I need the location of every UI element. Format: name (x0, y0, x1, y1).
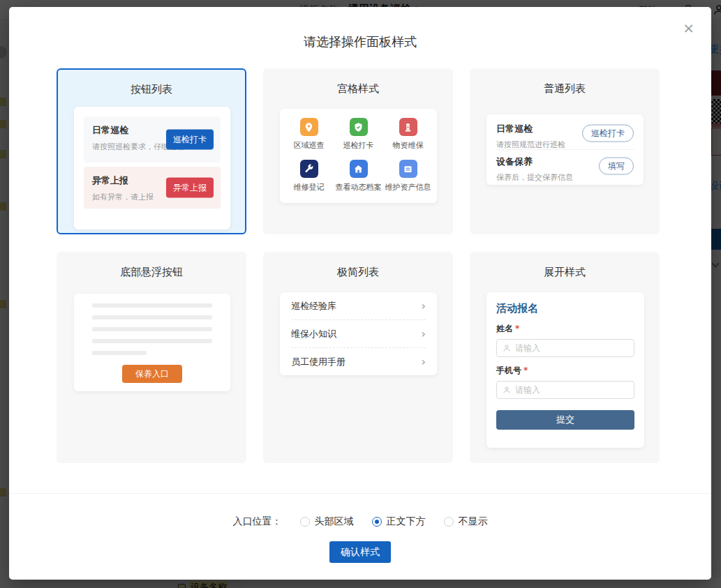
preview-row: 设备保养 保养后，提交保养信息 填写 (496, 149, 634, 181)
preview-row-label: 巡检经验库 (291, 300, 336, 312)
preview-row-label: 员工使用手册 (291, 356, 345, 368)
preview-field-label: 手机号* (496, 365, 634, 377)
grid-item: 查看动态档案 (334, 160, 383, 193)
preview-action-button: 巡检打卡 (166, 130, 214, 150)
radio-option-header-area[interactable]: 头部区域 (300, 515, 354, 528)
chevron-right-icon: › (422, 329, 426, 340)
radio-option-label: 不显示 (459, 515, 488, 528)
footer-divider (9, 493, 711, 494)
preview-row: 巡检经验库 › (291, 292, 426, 319)
person-icon (503, 386, 511, 394)
style-card-title: 展开样式 (470, 252, 659, 279)
required-asterisk: * (515, 324, 519, 333)
radio-icon[interactable] (300, 517, 310, 527)
field-label-text: 手机号 (496, 365, 521, 375)
style-card-expand[interactable]: 展开样式 活动报名 姓名* 请输入 手机号* 请输入 (470, 252, 660, 463)
grid-item-label: 物资维保 (383, 140, 433, 151)
skeleton-line (92, 339, 212, 343)
expand-form-preview: 活动报名 姓名* 请输入 手机号* 请输入 提交 (486, 292, 644, 448)
radio-option-below-body[interactable]: 正文下方 (372, 515, 426, 528)
entry-position-row: 入口位置： 头部区域 正文下方 不显示 (9, 511, 711, 532)
grid-preview: 区域巡查 巡检打卡 物资维保 (280, 109, 437, 203)
chevron-right-icon: › (422, 301, 426, 312)
grid-item: 维护资产信息 (383, 160, 433, 193)
button-list-preview: 日常巡检 请按照巡检要求，仔细巡检 巡检打卡 异常上报 如有异常，请上报 异常上… (74, 107, 230, 229)
grid-item: 物资维保 (383, 118, 433, 151)
preview-name-input: 请输入 (496, 339, 634, 357)
hydrant-icon (399, 118, 417, 136)
style-card-title: 按钮列表 (58, 70, 245, 96)
style-card-button-list[interactable]: 按钮列表 日常巡检 请按照巡检要求，仔细巡检 巡检打卡 异常上报 如有异常，请上… (57, 68, 246, 234)
entry-position-label: 入口位置： (233, 515, 282, 528)
dialog-title: 请选择操作面板样式 (9, 33, 711, 50)
preview-pill-button: 巡检打卡 (582, 125, 634, 142)
preview-action-button: 异常上报 (166, 178, 214, 198)
floating-button-preview: 保养入口 (74, 294, 230, 391)
radio-option-hidden[interactable]: 不显示 (444, 515, 488, 528)
preview-entry-button: 保养入口 (122, 365, 182, 383)
grid-item-label: 巡检打卡 (334, 140, 383, 151)
style-card-grid[interactable]: 宫格样式 区域巡查 巡检打卡 (263, 68, 453, 234)
radio-option-label: 正文下方 (387, 515, 426, 528)
grid-item-label: 查看动态档案 (334, 182, 383, 193)
radio-option-label: 头部区域 (315, 515, 354, 528)
style-card-title: 极简列表 (264, 252, 452, 279)
preview-form-heading: 活动报名 (496, 302, 634, 315)
style-card-plain-list[interactable]: 普通列表 日常巡检 请按照规范进行巡检 巡检打卡 设备保养 保养后，提交保养信息… (470, 68, 660, 234)
preview-pill-button: 填写 (599, 157, 634, 174)
home-icon (350, 160, 368, 178)
preview-row-label: 维保小知识 (291, 328, 336, 340)
asset-card-icon (399, 160, 417, 178)
style-card-floating-button[interactable]: 底部悬浮按钮 保养入口 (57, 252, 246, 463)
grid-item-label: 维修登记 (284, 182, 334, 193)
plain-list-preview: 日常巡检 请按照规范进行巡检 巡检打卡 设备保养 保养后，提交保养信息 填写 (486, 114, 644, 185)
preview-row: 异常上报 如有异常，请上报 异常上报 (84, 167, 221, 209)
minimal-list-preview: 巡检经验库 › 维保小知识 › 员工使用手册 › (280, 292, 437, 375)
confirm-style-button[interactable]: 确认样式 (329, 541, 391, 563)
input-placeholder: 请输入 (515, 342, 540, 354)
chevron-right-icon: › (422, 356, 426, 368)
field-label-text: 姓名 (496, 324, 513, 333)
radio-icon-selected[interactable] (372, 517, 382, 527)
grid-item: 区域巡查 (284, 118, 334, 151)
radio-icon[interactable] (444, 517, 454, 527)
shield-check-icon (350, 118, 368, 136)
style-card-title: 普通列表 (470, 69, 659, 96)
skeleton-line (92, 327, 212, 331)
skeleton-line (92, 351, 147, 355)
required-asterisk: * (523, 365, 528, 375)
preview-row: 维保小知识 › (291, 319, 426, 347)
preview-row: 日常巡检 请按照规范进行巡检 巡检打卡 (496, 117, 634, 149)
grid-item-label: 维护资产信息 (383, 182, 433, 193)
skeleton-line (92, 303, 212, 308)
location-pin-icon (300, 118, 318, 136)
preview-phone-input: 请输入 (496, 381, 634, 399)
person-icon (503, 344, 511, 352)
panel-style-dialog: × 请选择操作面板样式 按钮列表 日常巡检 请按照巡检要求，仔细巡检 巡检打卡 … (9, 7, 711, 580)
style-card-minimal-list[interactable]: 极简列表 巡检经验库 › 维保小知识 › 员工使用手册 › (263, 252, 453, 463)
grid-item-label: 区域巡查 (284, 140, 334, 151)
style-card-title: 宫格样式 (264, 69, 452, 96)
wrench-icon (300, 160, 318, 178)
preview-submit-button: 提交 (496, 410, 634, 430)
grid-item: 巡检打卡 (334, 118, 383, 151)
style-card-title: 底部悬浮按钮 (57, 252, 246, 279)
preview-row: 员工使用手册 › (291, 347, 426, 375)
preview-field-label: 姓名* (496, 323, 634, 335)
close-icon[interactable]: × (683, 21, 694, 35)
preview-row: 日常巡检 请按照巡检要求，仔细巡检 巡检打卡 (84, 116, 221, 163)
grid-item: 维修登记 (284, 160, 334, 193)
skeleton-line (92, 315, 212, 319)
input-placeholder: 请输入 (515, 384, 540, 396)
screen: 模板名称：通用设备巡检✎ 帮助 更换 设设 设备名称 × (0, 0, 721, 588)
